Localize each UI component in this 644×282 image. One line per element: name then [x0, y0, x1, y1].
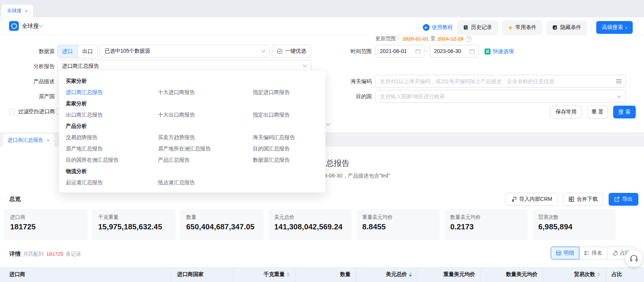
history-button[interactable]: 历史记录: [457, 21, 498, 34]
menu-item[interactable]: 十大出口商报告: [158, 109, 253, 120]
view-switcher: 明细 排名 占比: [551, 247, 636, 259]
search-button[interactable]: 搜 索: [613, 106, 636, 118]
app-logo-icon: [9, 21, 19, 31]
overview-actions: 导入内部CRM 合并下载 导出: [506, 193, 638, 206]
destination-field[interactable]: [375, 90, 626, 103]
column-importer: 进口商: [0, 267, 171, 282]
date-from-field[interactable]: [375, 45, 424, 58]
destination-label: 目的国: [339, 90, 372, 103]
column-importer-country: 进口商国家: [171, 267, 233, 282]
export-button[interactable]: 导出: [609, 193, 638, 206]
browser-tab-global-search[interactable]: 全球搜 ×: [2, 5, 33, 17]
help-icon[interactable]: ?: [465, 36, 472, 42]
pie-chart-icon: [612, 250, 618, 256]
import-crm-button[interactable]: 导入内部CRM: [506, 193, 558, 206]
column-share: 占比: [606, 267, 644, 282]
menu-group-title: 产品分析: [66, 120, 322, 132]
update-to-date: 2024-12-29: [437, 36, 463, 42]
merge-download-button[interactable]: 合并下载: [563, 193, 603, 206]
date-range-separator: –: [425, 47, 428, 53]
menu-item[interactable]: 买卖方趋势报告: [158, 132, 253, 143]
filter-blank-importer[interactable]: 过滤空白进口商: [9, 108, 55, 115]
menu-item[interactable]: 目的国所在洲汇总报告: [66, 154, 158, 165]
quick-options[interactable]: ⌘ 快捷选项: [485, 48, 514, 55]
globe-icon: [11, 23, 17, 29]
hide-conditions-button[interactable]: 隐藏条件: [547, 21, 587, 34]
menu-item[interactable]: 指定进口商报告: [253, 86, 322, 98]
menu-item[interactable]: 原产地所在洲汇总报告: [158, 143, 253, 154]
column-usd-total-sortable[interactable]: 美元总价: [356, 267, 418, 282]
result-tab-importer-summary[interactable]: 进口商汇总报告 ×: [3, 134, 54, 147]
datasource-select[interactable]: 已选中105个数据源: [100, 45, 270, 58]
menu-item[interactable]: 抵达港汇总报告: [158, 177, 253, 188]
column-weight-sortable[interactable]: 千克重量: [233, 267, 295, 282]
star-icon: ★: [508, 25, 513, 30]
sort-desc-icon[interactable]: [409, 272, 412, 277]
sort-icon[interactable]: [287, 272, 290, 277]
close-icon[interactable]: ×: [47, 138, 50, 143]
check-circle-icon: [277, 49, 283, 54]
tutorial-link[interactable]: ▶ 使用教程: [423, 24, 453, 31]
menu-item[interactable]: 交易趋势报告: [66, 132, 158, 143]
save-favorite-button[interactable]: 保存常用: [550, 106, 582, 118]
data-source-label: 数据源: [23, 45, 55, 58]
toggle-import[interactable]: 进口: [58, 45, 77, 58]
stat-card: 数量美元均价0.2173: [444, 209, 528, 240]
divider: [591, 23, 592, 32]
browser-tab-bar: [0, 0, 644, 18]
report-type-dropdown: 买家分析 进口商汇总报告 十大进口商报告 指定进口商报告 卖家分析 出口商汇总报…: [59, 71, 325, 193]
menu-item[interactable]: 海关编码汇总报告: [253, 132, 322, 143]
menu-item[interactable]: 起运港汇总报告: [66, 177, 158, 188]
column-trade-count-sortable[interactable]: 贸易次数: [543, 267, 606, 282]
sort-icon[interactable]: [597, 272, 600, 277]
customer-service-button[interactable]: [625, 250, 642, 267]
detail-section-header: 详情 共匹配到 181725 条记录: [9, 250, 81, 258]
menu-item[interactable]: 指定出口商报告: [253, 109, 322, 120]
hs-code-label: 海关编码: [339, 75, 372, 88]
favorite-conditions-button[interactable]: ★ 常用条件: [502, 21, 542, 34]
merge-icon: [569, 197, 574, 202]
stat-card: 进口商181725: [4, 209, 88, 240]
chevron-down-icon: [261, 48, 265, 52]
match-count: 181725: [46, 251, 63, 257]
collapse-form-icon[interactable]: [326, 121, 330, 125]
menu-item[interactable]: 产品汇总报告: [158, 154, 253, 165]
view-detail-button[interactable]: 明细: [551, 247, 579, 259]
one-key-select-button[interactable]: 一键优选: [272, 45, 311, 58]
list-icon[interactable]: [616, 79, 621, 83]
stat-card: 数量650,404,687,347.05: [180, 209, 264, 240]
hs-code-input[interactable]: [375, 75, 626, 88]
bar-chart-icon: [584, 250, 589, 256]
menu-item[interactable]: 目的国汇总报告: [253, 143, 322, 154]
toggle-export[interactable]: 出口: [77, 45, 98, 58]
header-actions: ▶ 使用教程 历史记录 ★ 常用条件 隐藏条件 高级搜索 ›: [423, 21, 633, 34]
menu-item[interactable]: 出口商汇总报告: [66, 109, 158, 120]
close-icon[interactable]: ×: [25, 9, 28, 14]
hs-code-field[interactable]: [375, 75, 626, 88]
overview-cards: 进口商181725 千克重量15,975,185,632.45 数量650,40…: [4, 209, 616, 240]
checkbox-icon[interactable]: [9, 109, 15, 115]
reset-button[interactable]: 重 置: [587, 106, 608, 118]
menu-item[interactable]: 数据源汇总报告: [253, 154, 322, 165]
menu-item[interactable]: 进口商汇总报告: [66, 86, 158, 98]
update-range: 更新范围： 2020-01-01 至 2024-12-29 ?: [375, 35, 472, 42]
update-from-date: 2020-01-01: [403, 36, 429, 42]
quick-options-icon: ⌘: [485, 49, 491, 55]
history-icon: [463, 25, 468, 30]
menu-group-title: 物流分析: [66, 165, 322, 177]
column-usd-per-quantity: 数量美元均价: [481, 267, 543, 282]
view-rank-button[interactable]: 排名: [579, 247, 608, 259]
menu-item[interactable]: 十大进口商报告: [158, 86, 253, 98]
time-range-label: 时间范围: [339, 45, 372, 58]
import-icon: [511, 197, 516, 202]
hide-conditions-icon: [552, 25, 557, 30]
calendar-icon: [415, 49, 421, 54]
advanced-search-button[interactable]: 高级搜索 ›: [596, 21, 633, 34]
destination-input[interactable]: [375, 90, 626, 103]
arrow-right-icon: ›: [625, 24, 627, 30]
menu-item[interactable]: 原产地汇总报告: [66, 143, 158, 154]
import-export-toggle: 进口 出口: [57, 45, 98, 58]
stat-card: 贸易次数6,985,894: [532, 209, 616, 240]
date-to-field[interactable]: [430, 45, 478, 58]
app-title: 全球搜: [22, 23, 39, 30]
